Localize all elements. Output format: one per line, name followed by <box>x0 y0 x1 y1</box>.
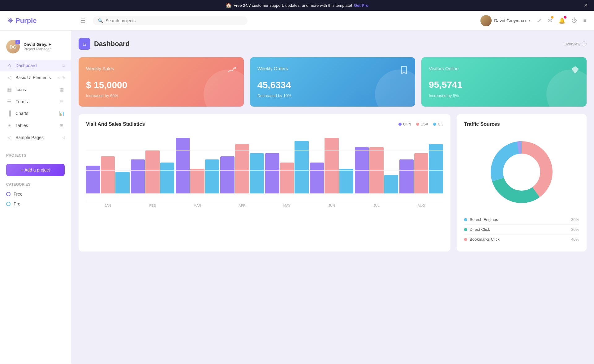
search-input[interactable] <box>105 18 243 23</box>
tables-icon: ⊞ <box>6 122 12 128</box>
page-header: ⌂ Dashboard Overview i <box>79 38 587 50</box>
banner-close-icon[interactable]: ✕ <box>584 2 588 8</box>
stat-cards: Weekly Sales $ 15,0000 Increased by 60% <box>79 57 587 107</box>
weekly-orders-footer: Decreased by 10% <box>257 93 408 98</box>
sidebar-item-label: Dashboard <box>15 63 37 68</box>
legend-chn-dot <box>398 123 402 126</box>
sidebar-item-sample-pages[interactable]: ◁ Sample Pages ◁ <box>0 131 71 143</box>
orders-bookmark-icon <box>400 66 408 76</box>
bookmarks-label: Bookmarks Click <box>470 237 500 242</box>
overview-button[interactable]: Overview i <box>564 41 587 46</box>
category-free[interactable]: Free <box>0 189 71 199</box>
search-engines-dot <box>464 218 467 221</box>
sidebar-avatar: DG ✔ <box>6 40 20 53</box>
tables-right-icon: ⊞ <box>58 123 65 128</box>
sidebar-item-charts[interactable]: ▐ Charts 📊 <box>0 108 71 119</box>
charts-icon: ▐ <box>6 111 12 116</box>
bar-group-jul <box>355 147 398 193</box>
traffic-legend-bookmarks: Bookmarks Click 40% <box>464 235 579 244</box>
bar-chart-labels: JANFEBMARAPRMAYJUNJULAUG <box>86 204 443 207</box>
bar-chn-feb <box>131 159 145 193</box>
top-banner: 🏠 Free 24/7 customer support, updates, a… <box>0 0 594 11</box>
bar-uk-mar <box>205 159 219 193</box>
legend-uk-label: UK <box>438 122 443 126</box>
bell-icon[interactable]: 🔔 <box>558 17 565 24</box>
traffic-sources-title: Traffic Sources <box>464 121 500 127</box>
legend-chn-label: CHN <box>403 122 411 126</box>
add-project-button[interactable]: + Add a project <box>6 164 65 176</box>
bar-usa-mar <box>190 169 204 193</box>
bar-label-apr: APR <box>220 204 264 207</box>
get-pro-link[interactable]: Get Pro <box>354 3 368 8</box>
logo-icon: ❋ <box>7 17 13 25</box>
sidebar-item-forms[interactable]: ☰ Forms ☰ <box>0 95 71 108</box>
bar-group-feb <box>131 150 174 193</box>
expand-icon[interactable]: ⤢ <box>537 17 541 24</box>
page-icon: ⌂ <box>79 38 90 50</box>
mail-badge <box>551 16 553 19</box>
bar-label-feb: FEB <box>131 204 174 207</box>
ui-elements-icon: ◁ <box>6 74 12 80</box>
sidebar-role: Project Manager <box>24 47 52 51</box>
traffic-sources-card: Traffic Sources <box>457 114 587 252</box>
free-dot <box>6 192 11 196</box>
chevron-down-icon: ▾ <box>529 19 531 23</box>
dashboard-active-icon: ⌂ <box>62 63 65 68</box>
weekly-sales-label: Weekly Sales <box>86 66 114 71</box>
home-icon: 🏠 <box>226 2 232 8</box>
donut-container: Search Engines 30% Direct Click 30% <box>464 133 579 244</box>
legend-chn: CHN <box>398 122 411 126</box>
categories-title: Categories <box>0 180 71 189</box>
category-free-label: Free <box>14 192 23 197</box>
bar-chn-jan <box>86 166 100 193</box>
bar-group-may <box>265 141 309 193</box>
stat-card-visitors-online: Visitors Online 95,5741 Increased by 5% <box>421 57 587 107</box>
logo-text: Purple <box>15 17 37 25</box>
donut-chart <box>488 138 556 207</box>
sidebar-item-ui-elements[interactable]: ◁ Basic UI Elements ◁◎ <box>0 71 71 83</box>
bar-chn-jul <box>355 147 369 193</box>
sample-pages-icon: ◁ <box>6 134 12 140</box>
user-name: David Greymaax <box>494 18 526 23</box>
weekly-orders-label: Weekly Orders <box>257 66 288 71</box>
bar-label-mar: MAR <box>176 204 219 207</box>
sidebar-item-label: Icons <box>15 87 26 92</box>
traffic-legend-direct: Direct Click 30% <box>464 225 579 235</box>
bar-usa-apr <box>235 144 249 193</box>
bar-label-may: MAY <box>265 204 309 207</box>
dashboard-icon: ⌂ <box>6 63 12 68</box>
direct-click-label: Direct Click <box>470 227 490 232</box>
bar-usa-jan <box>101 156 115 193</box>
search-icon: 🔍 <box>98 18 103 23</box>
sidebar-item-tables[interactable]: ⊞ Tables ⊞ <box>0 119 71 131</box>
legend-uk: UK <box>433 122 443 126</box>
menu2-icon[interactable]: ≡ <box>583 17 587 24</box>
bar-group-aug <box>399 144 443 193</box>
direct-click-dot <box>464 228 467 231</box>
pro-dot <box>6 202 11 206</box>
bar-chn-mar <box>176 138 190 193</box>
bar-uk-aug <box>429 144 443 193</box>
visit-stats-legend: CHN USA UK <box>398 122 443 126</box>
sidebar-item-dashboard[interactable]: ⌂ Dashboard ⌂ <box>0 60 71 71</box>
banner-text: Free 24/7 customer support, updates, and… <box>234 3 352 8</box>
bar-usa-jun <box>325 138 339 193</box>
user-area[interactable]: David Greymaax ▾ <box>480 15 531 26</box>
visitors-online-footer: Increased by 5% <box>429 93 579 98</box>
avatar <box>480 15 492 26</box>
category-pro[interactable]: Pro <box>0 199 71 209</box>
legend-uk-dot <box>433 123 436 126</box>
search-engines-label: Search Engines <box>470 217 498 222</box>
visit-stats-title: Visit And Sales Statistics <box>86 121 145 127</box>
sidebar-item-icons[interactable]: ▦ Icons ▦ <box>0 83 71 95</box>
bar-uk-feb <box>160 163 174 193</box>
traffic-legend: Search Engines 30% Direct Click 30% <box>464 215 579 244</box>
power-icon[interactable]: ⏻ <box>571 17 577 24</box>
mail-icon[interactable]: ✉ <box>548 17 552 24</box>
bar-chn-aug <box>399 159 414 193</box>
forms-right-icon: ☰ <box>58 99 65 104</box>
visitors-diamond-icon <box>571 66 579 76</box>
bar-uk-jan <box>115 172 130 193</box>
menu-toggle-icon[interactable]: ☰ <box>80 17 85 24</box>
bookmarks-pct: 40% <box>571 237 579 242</box>
